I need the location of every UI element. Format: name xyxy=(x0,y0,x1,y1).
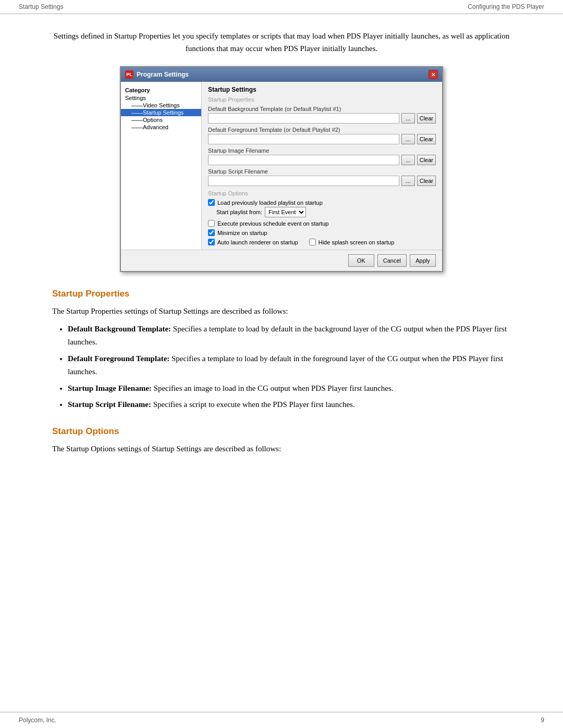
startup-properties-heading: Startup Properties xyxy=(52,289,511,299)
bg-browse-button[interactable]: ... xyxy=(401,113,415,124)
dialog-app-icon: PL xyxy=(125,70,133,79)
autolaunch-label: Auto launch renderer on startup xyxy=(217,239,298,245)
input-row-fg: ... Clear xyxy=(208,134,436,144)
hide-splash-checkbox[interactable] xyxy=(309,239,316,245)
input-row-bg: ... Clear xyxy=(208,113,436,124)
script-filename-input[interactable] xyxy=(208,176,399,186)
tree-item-video[interactable]: ——Video Settings xyxy=(121,102,201,109)
execute-schedule-checkbox[interactable] xyxy=(208,220,215,227)
list-item-script-term: Startup Script Filename: xyxy=(68,400,151,409)
dialog-title: Program Settings xyxy=(137,71,189,78)
main-content: Settings defined in Startup Properties l… xyxy=(0,14,563,480)
program-settings-dialog: PL Program Settings ✕ Category Settings … xyxy=(120,66,443,272)
settings-panel-title: Startup Settings xyxy=(208,86,436,93)
checkbox-autolaunch[interactable]: Auto launch renderer on startup Hide spl… xyxy=(208,239,436,245)
list-item-image-text: Specifies an image to load in the CG out… xyxy=(154,384,394,392)
startup-options-intro: The Startup Options settings of Startup … xyxy=(52,443,511,455)
hide-splash-label: Hide splash screen on startup xyxy=(319,239,395,245)
page-footer: Polycom, Inc. 9 xyxy=(0,712,563,728)
minimize-checkbox[interactable] xyxy=(208,229,215,236)
playlist-from-select[interactable]: First Event xyxy=(265,207,306,217)
tree-item-options[interactable]: ——Options xyxy=(121,116,201,124)
checkbox-execute-schedule[interactable]: Execute previous schedule event on start… xyxy=(208,220,436,227)
autolaunch-checkbox[interactable] xyxy=(208,239,215,245)
checkbox-minimize[interactable]: Minimize on startup xyxy=(208,229,436,236)
header-right: Configuring the PDS Player xyxy=(468,3,544,10)
bg-clear-button[interactable]: Clear xyxy=(417,113,436,124)
page-header: Startup Settings Configuring the PDS Pla… xyxy=(0,0,563,14)
image-clear-button[interactable]: Clear xyxy=(417,155,436,165)
list-item-image: Startup Image Filename: Specifies an ima… xyxy=(68,382,511,396)
dialog-titlebar-left: PL Program Settings xyxy=(125,70,189,79)
list-item-bg-term: Default Background Template: xyxy=(68,325,171,333)
startup-options-heading: Startup Options xyxy=(52,426,511,437)
dialog-wrapper: PL Program Settings ✕ Category Settings … xyxy=(52,66,511,272)
script-clear-button[interactable]: Clear xyxy=(417,176,436,186)
field-label-image: Startup Image Filename xyxy=(208,147,436,154)
input-row-image: ... Clear xyxy=(208,155,436,165)
list-item-fg: Default Foreground Template: Specifies a… xyxy=(68,352,511,379)
dialog-footer: OK Cancel Apply xyxy=(121,250,442,271)
startup-properties-label: Startup Properties xyxy=(208,96,436,103)
list-item-script: Startup Script Filename: Specifies a scr… xyxy=(68,398,511,412)
list-item-script-text: Specifies a script to execute when the P… xyxy=(153,400,355,409)
footer-right: 9 xyxy=(541,717,544,724)
load-playlist-label: Load previously loaded playlist on start… xyxy=(217,200,323,206)
fg-browse-button[interactable]: ... xyxy=(401,134,415,144)
field-label-script: Startup Script Filename xyxy=(208,168,436,175)
startup-properties-intro: The Startup Properties settings of Start… xyxy=(52,305,511,317)
list-item-image-term: Startup Image Filename: xyxy=(68,384,152,392)
minimize-label: Minimize on startup xyxy=(217,230,267,236)
fg-clear-button[interactable]: Clear xyxy=(417,134,436,144)
list-item-bg: Default Background Template: Specifies a… xyxy=(68,323,511,349)
startup-properties-list: Default Background Template: Specifies a… xyxy=(52,323,511,412)
field-label-fg: Default Foreground Template (or Default … xyxy=(208,127,436,133)
category-panel: Category Settings ——Video Settings ——Sta… xyxy=(121,82,202,250)
apply-button[interactable]: Apply xyxy=(410,254,436,267)
load-playlist-checkbox[interactable] xyxy=(208,199,215,206)
image-filename-input[interactable] xyxy=(208,155,399,165)
startup-options-label: Startup Options xyxy=(208,190,436,196)
category-label: Category xyxy=(121,86,201,94)
playlist-from-label: Start playlist from: xyxy=(216,209,262,215)
dialog-close-button[interactable]: ✕ xyxy=(429,70,438,79)
image-browse-button[interactable]: ... xyxy=(401,155,415,165)
script-browse-button[interactable]: ... xyxy=(401,176,415,186)
footer-left: Polycom, Inc. xyxy=(19,717,56,724)
intro-paragraph: Settings defined in Startup Properties l… xyxy=(52,30,511,55)
cancel-button[interactable]: Cancel xyxy=(377,254,407,267)
dialog-titlebar: PL Program Settings ✕ xyxy=(121,67,442,82)
bg-template-input[interactable] xyxy=(208,113,399,124)
dialog-body: Category Settings ——Video Settings ——Sta… xyxy=(121,82,442,250)
settings-panel: Startup Settings Startup Properties Defa… xyxy=(202,82,442,250)
execute-schedule-label: Execute previous schedule event on start… xyxy=(217,220,328,227)
fg-template-input[interactable] xyxy=(208,134,399,144)
playlist-from-row: Start playlist from: First Event xyxy=(208,207,436,217)
field-label-bg: Default Background Template (or Default … xyxy=(208,106,436,112)
header-left: Startup Settings xyxy=(19,3,63,10)
checkbox-load-playlist[interactable]: Load previously loaded playlist on start… xyxy=(208,199,436,206)
ok-button[interactable]: OK xyxy=(348,254,374,267)
input-row-script: ... Clear xyxy=(208,176,436,186)
tree-item-advanced[interactable]: ——Advanced xyxy=(121,124,201,131)
tree-item-startup[interactable]: ——Startup Settings xyxy=(121,109,201,116)
list-item-fg-term: Default Foreground Template: xyxy=(68,354,169,363)
tree-item-settings[interactable]: Settings xyxy=(121,94,201,102)
